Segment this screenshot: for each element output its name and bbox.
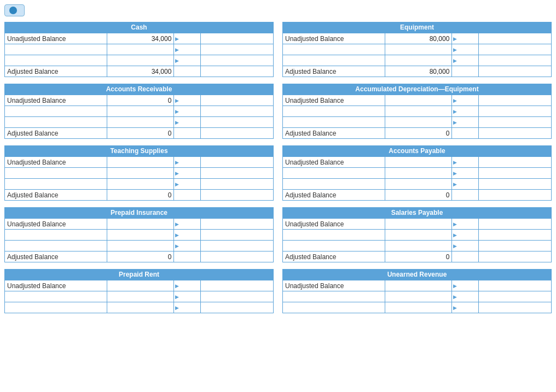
adjusted-value[interactable]: 0 [107, 128, 174, 139]
extra-cell-4[interactable] [201, 128, 274, 139]
extra-cell-3[interactable] [201, 55, 274, 66]
extra-cell-3[interactable] [479, 302, 552, 313]
mid1-value[interactable] [107, 168, 174, 179]
mid2-value[interactable] [107, 55, 174, 66]
mid2-value[interactable] [385, 302, 452, 313]
mid1-label[interactable] [283, 106, 385, 117]
extra-cell-4[interactable] [479, 66, 552, 77]
mid2-value[interactable] [107, 241, 174, 251]
extra-cell-2[interactable] [479, 291, 552, 302]
mid1-value[interactable] [385, 44, 452, 55]
mid2-label[interactable] [283, 241, 385, 251]
unadjusted-label: Unadjusted Balance [283, 280, 385, 291]
mid2-label[interactable] [5, 55, 107, 66]
extra-cell-1[interactable] [201, 157, 274, 168]
mid1-value[interactable] [107, 291, 174, 302]
extra-cell-2[interactable] [479, 230, 552, 241]
mid1-value[interactable] [385, 106, 452, 117]
unadjusted-value[interactable]: 34,000 [107, 33, 174, 44]
mid2-value[interactable] [385, 117, 452, 128]
extra-cell-3[interactable] [201, 302, 274, 313]
adjusted-value[interactable]: 80,000 [385, 66, 452, 77]
extra-cell-3[interactable] [479, 179, 552, 190]
extra-cell-2[interactable] [201, 230, 274, 241]
extra-cell-1[interactable] [479, 33, 552, 44]
unadjusted-value[interactable]: 80,000 [385, 33, 452, 44]
mid1-label[interactable] [5, 44, 107, 55]
adjusted-value[interactable]: 0 [385, 128, 452, 139]
extra-cell-1[interactable] [201, 280, 274, 291]
extra-cell-2[interactable] [479, 44, 552, 55]
unadjusted-value[interactable] [385, 219, 452, 230]
extra-cell-1[interactable] [479, 157, 552, 168]
adjusted-value[interactable]: 0 [107, 251, 174, 262]
extra-cell-4[interactable] [479, 128, 552, 139]
extra-cell-2[interactable] [201, 168, 274, 179]
mid2-label[interactable] [5, 241, 107, 251]
extra-cell-4[interactable] [479, 251, 552, 262]
mid2-label[interactable] [283, 179, 385, 190]
mid1-label[interactable] [283, 44, 385, 55]
extra-cell-4[interactable] [201, 251, 274, 262]
extra-cell-2[interactable] [479, 168, 552, 179]
extra-cell-2[interactable] [201, 106, 274, 117]
extra-cell-3[interactable] [201, 179, 274, 190]
mid1-label[interactable] [5, 106, 107, 117]
extra-cell-1[interactable] [479, 280, 552, 291]
extra-cell-3[interactable] [479, 55, 552, 66]
mid2-label[interactable] [283, 55, 385, 66]
ledger-header-accounts-receivable: Accounts Receivable [4, 84, 274, 95]
mid1-value[interactable] [385, 291, 452, 302]
adjusted-value[interactable]: 0 [385, 251, 452, 262]
unadjusted-value[interactable] [385, 95, 452, 106]
extra-cell-2[interactable] [201, 291, 274, 302]
mid2-label[interactable] [5, 302, 107, 313]
mid1-value[interactable] [385, 230, 452, 241]
extra-cell-1[interactable] [479, 219, 552, 230]
extra-cell-3[interactable] [201, 117, 274, 128]
mid2-label[interactable] [5, 179, 107, 190]
mid1-label[interactable] [283, 291, 385, 302]
mid1-label[interactable] [5, 230, 107, 241]
unadjusted-value[interactable] [107, 280, 174, 291]
extra-cell-1[interactable] [201, 219, 274, 230]
mid1-label[interactable] [283, 168, 385, 179]
mid2-value[interactable] [107, 117, 174, 128]
unadjusted-value[interactable] [385, 280, 452, 291]
mid2-label[interactable] [283, 117, 385, 128]
mid1-value[interactable] [107, 106, 174, 117]
mid2-value[interactable] [107, 302, 174, 313]
unadjusted-value[interactable] [107, 219, 174, 230]
adjusted-value[interactable]: 0 [385, 190, 452, 201]
mid1-label[interactable] [5, 168, 107, 179]
extra-cell-1[interactable] [201, 33, 274, 44]
extra-cell-4[interactable] [201, 190, 274, 201]
mid1-value[interactable] [385, 168, 452, 179]
unadjusted-value[interactable] [385, 157, 452, 168]
extra-cell-3[interactable] [479, 117, 552, 128]
extra-cell-4[interactable] [201, 66, 274, 77]
mid2-value[interactable] [385, 241, 452, 251]
mid1-value[interactable] [107, 44, 174, 55]
mid1-label[interactable] [5, 291, 107, 302]
extra-cell-4[interactable] [479, 190, 552, 201]
mid2-value[interactable] [385, 179, 452, 190]
ledger-table-unearned-revenue: Unadjusted Balance [282, 280, 552, 313]
mid2-label[interactable] [5, 117, 107, 128]
mid1-value[interactable] [107, 230, 174, 241]
extra-cell-1[interactable] [479, 95, 552, 106]
unadjusted-value[interactable]: 0 [107, 95, 174, 106]
extra-cell-3[interactable] [479, 241, 552, 251]
extra-cell-2[interactable] [201, 44, 274, 55]
adjusted-value[interactable]: 0 [107, 190, 174, 201]
mid2-value[interactable] [107, 179, 174, 190]
adjusted-value[interactable]: 34,000 [107, 66, 174, 77]
unadjusted-value[interactable] [107, 157, 174, 168]
extra-cell-1[interactable] [201, 95, 274, 106]
extra-cell-3[interactable] [201, 241, 274, 251]
mid1-label[interactable] [283, 230, 385, 241]
extra-cell-2[interactable] [479, 106, 552, 117]
ledger-table-equipment: Unadjusted Balance 80,000 Adjusted Balan… [282, 33, 552, 77]
mid2-value[interactable] [385, 55, 452, 66]
mid2-label[interactable] [283, 302, 385, 313]
